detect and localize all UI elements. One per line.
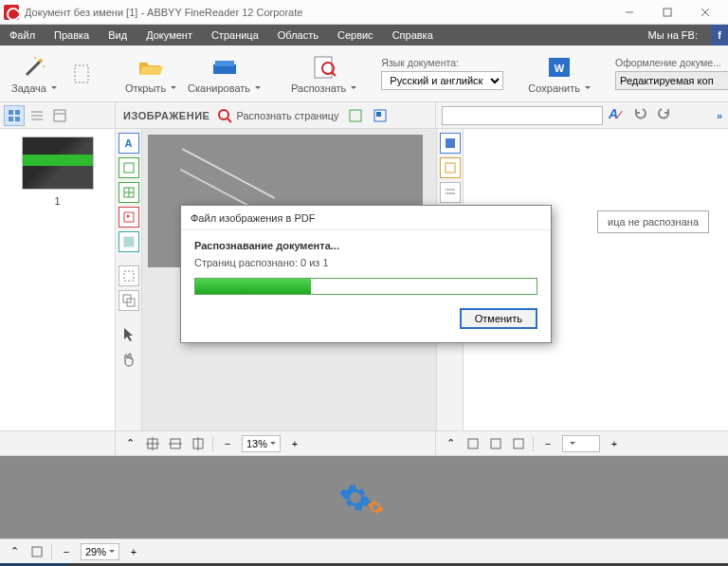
dialog-progress-bar xyxy=(194,278,537,295)
dialog-title: Файл изображения в PDF xyxy=(181,206,551,230)
dialog-message: Страниц распознано: 0 из 1 xyxy=(194,257,537,268)
dialog-header: Распознавание документа... xyxy=(194,240,537,251)
modal-overlay: Файл изображения в PDF Распознавание док… xyxy=(0,0,728,566)
cancel-button[interactable]: Отменить xyxy=(460,308,537,329)
progress-dialog: Файл изображения в PDF Распознавание док… xyxy=(180,205,552,343)
